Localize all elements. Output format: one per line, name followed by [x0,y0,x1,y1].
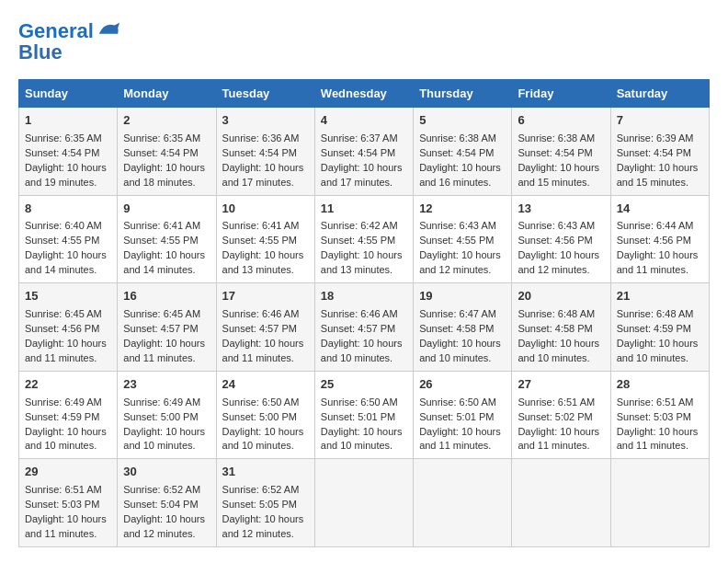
daylight-label: Daylight: 10 hours and 10 minutes. [222,426,304,452]
sunrise-text: Sunrise: 6:51 AM [518,396,595,408]
sunset-text: Sunset: 5:00 PM [123,411,198,422]
calendar-day-cell: 26Sunrise: 6:50 AMSunset: 5:01 PMDayligh… [414,371,512,459]
calendar-day-header: Monday [118,80,216,108]
sunrise-text: Sunrise: 6:51 AM [25,484,102,495]
sunrise-text: Sunrise: 6:52 AM [123,484,200,495]
daylight-label: Daylight: 10 hours and 10 minutes. [123,426,205,452]
sunrise-text: Sunrise: 6:35 AM [25,132,102,144]
calendar-day-header: Friday [512,80,610,108]
sunset-text: Sunset: 4:57 PM [123,323,198,334]
day-number: 30 [123,464,210,481]
sunset-text: Sunset: 5:05 PM [222,499,297,510]
calendar-day-cell: 23Sunrise: 6:49 AMSunset: 5:00 PMDayligh… [118,371,216,459]
sunset-text: Sunset: 5:03 PM [617,411,691,422]
calendar-day-cell: 12Sunrise: 6:43 AMSunset: 4:55 PMDayligh… [414,195,512,283]
day-number: 10 [222,201,309,218]
sunrise-text: Sunrise: 6:39 AM [617,132,694,144]
sunrise-text: Sunrise: 6:46 AM [321,308,398,319]
daylight-label: Daylight: 10 hours and 11 minutes. [518,426,599,452]
sunset-text: Sunset: 4:59 PM [617,323,691,334]
calendar-day-cell: 20Sunrise: 6:48 AMSunset: 4:58 PMDayligh… [512,283,610,372]
daylight-label: Daylight: 10 hours and 13 minutes. [222,249,304,275]
daylight-label: Daylight: 10 hours and 12 minutes. [419,249,501,275]
calendar-week-row: 8Sunrise: 6:40 AMSunset: 4:55 PMDaylight… [19,195,710,283]
calendar-day-cell: 4Sunrise: 6:37 AMSunset: 4:54 PMDaylight… [314,108,413,196]
daylight-label: Daylight: 10 hours and 11 minutes. [617,249,699,275]
calendar-day-cell: 21Sunrise: 6:48 AMSunset: 4:59 PMDayligh… [610,283,709,372]
day-number: 4 [321,112,407,130]
sunset-text: Sunset: 5:04 PM [123,499,198,510]
calendar-day-header: Saturday [610,80,709,108]
sunrise-text: Sunrise: 6:44 AM [617,220,694,231]
calendar-day-cell: 1Sunrise: 6:35 AMSunset: 4:54 PMDaylight… [19,108,118,196]
sunrise-text: Sunrise: 6:50 AM [419,396,496,408]
sunrise-text: Sunrise: 6:48 AM [518,308,595,319]
day-number: 5 [419,112,506,130]
sunset-text: Sunset: 4:54 PM [321,147,395,158]
sunset-text: Sunset: 5:01 PM [419,411,494,422]
day-number: 22 [25,376,111,394]
sunrise-text: Sunrise: 6:43 AM [518,220,595,231]
sunrise-text: Sunrise: 6:51 AM [617,396,694,408]
daylight-label: Daylight: 10 hours and 11 minutes. [419,426,501,452]
calendar-day-header: Tuesday [216,80,314,108]
sunset-text: Sunset: 4:54 PM [518,147,592,158]
daylight-label: Daylight: 10 hours and 13 minutes. [321,249,403,275]
day-number: 21 [617,288,703,305]
day-number: 26 [419,376,506,394]
daylight-label: Daylight: 10 hours and 17 minutes. [222,162,304,188]
daylight-label: Daylight: 10 hours and 10 minutes. [321,338,403,363]
daylight-label: Daylight: 10 hours and 12 minutes. [123,513,205,539]
calendar-day-cell: 10Sunrise: 6:41 AMSunset: 4:55 PMDayligh… [216,195,314,283]
day-number: 17 [222,288,309,305]
day-number: 24 [222,376,309,394]
calendar-day-cell: 9Sunrise: 6:41 AMSunset: 4:55 PMDaylight… [118,195,216,283]
calendar-day-cell [314,459,413,547]
calendar-day-cell: 22Sunrise: 6:49 AMSunset: 4:59 PMDayligh… [19,371,118,459]
day-number: 20 [518,288,604,305]
calendar-day-cell: 8Sunrise: 6:40 AMSunset: 4:55 PMDaylight… [19,195,118,283]
calendar-week-row: 29Sunrise: 6:51 AMSunset: 5:03 PMDayligh… [19,459,710,547]
sunset-text: Sunset: 4:55 PM [321,235,395,246]
daylight-label: Daylight: 10 hours and 11 minutes. [617,426,699,452]
sunrise-text: Sunrise: 6:46 AM [222,308,300,319]
sunset-text: Sunset: 4:54 PM [25,147,99,158]
day-number: 13 [518,201,604,218]
day-number: 19 [419,288,506,305]
sunrise-text: Sunrise: 6:52 AM [222,484,300,495]
daylight-label: Daylight: 10 hours and 10 minutes. [321,426,403,452]
daylight-label: Daylight: 10 hours and 11 minutes. [25,338,107,363]
day-number: 6 [518,112,604,130]
calendar-day-cell: 5Sunrise: 6:38 AMSunset: 4:54 PMDaylight… [414,108,512,196]
calendar-table: SundayMondayTuesdayWednesdayThursdayFrid… [18,79,710,547]
calendar-day-cell: 2Sunrise: 6:35 AMSunset: 4:54 PMDaylight… [118,108,216,196]
sunset-text: Sunset: 4:54 PM [222,147,297,158]
day-number: 27 [518,376,604,394]
calendar-day-cell: 13Sunrise: 6:43 AMSunset: 4:56 PMDayligh… [512,195,610,283]
day-number: 16 [123,288,210,305]
day-number: 11 [321,201,407,218]
sunrise-text: Sunrise: 6:48 AM [617,308,694,319]
calendar-day-cell: 29Sunrise: 6:51 AMSunset: 5:03 PMDayligh… [19,459,118,547]
calendar-day-cell [414,459,512,547]
daylight-label: Daylight: 10 hours and 11 minutes. [25,513,107,539]
sunrise-text: Sunrise: 6:41 AM [222,220,300,231]
calendar-header-row: SundayMondayTuesdayWednesdayThursdayFrid… [19,80,710,108]
calendar-day-cell: 18Sunrise: 6:46 AMSunset: 4:57 PMDayligh… [314,283,413,372]
day-number: 31 [222,464,309,481]
sunrise-text: Sunrise: 6:50 AM [222,396,300,408]
calendar-day-cell: 16Sunrise: 6:45 AMSunset: 4:57 PMDayligh… [118,283,216,372]
daylight-label: Daylight: 10 hours and 11 minutes. [222,338,304,363]
day-number: 29 [25,464,111,481]
day-number: 28 [617,376,703,394]
calendar-day-header: Wednesday [314,80,413,108]
sunset-text: Sunset: 4:58 PM [518,323,592,334]
daylight-label: Daylight: 10 hours and 18 minutes. [123,162,205,188]
sunset-text: Sunset: 4:56 PM [25,323,99,334]
daylight-label: Daylight: 10 hours and 16 minutes. [419,162,501,188]
sunset-text: Sunset: 4:55 PM [123,235,198,246]
day-number: 12 [419,201,506,218]
sunset-text: Sunset: 4:57 PM [222,323,297,334]
calendar-day-cell: 24Sunrise: 6:50 AMSunset: 5:00 PMDayligh… [216,371,314,459]
calendar-day-cell: 27Sunrise: 6:51 AMSunset: 5:02 PMDayligh… [512,371,610,459]
